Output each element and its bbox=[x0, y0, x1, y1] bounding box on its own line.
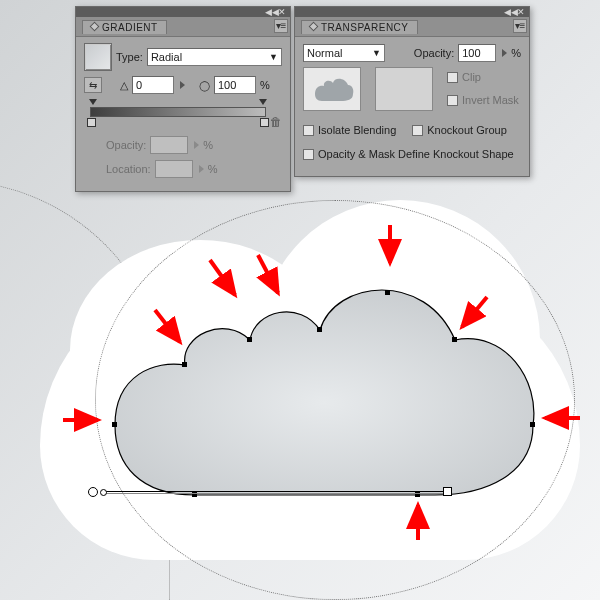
tab-label: TRANSPARENCY bbox=[321, 22, 409, 33]
collapse-icon[interactable]: ◀◀ bbox=[504, 8, 513, 16]
svg-rect-3 bbox=[317, 327, 322, 332]
type-value: Radial bbox=[151, 51, 182, 63]
panel-titlebar[interactable]: ◀◀ ✕ bbox=[76, 7, 290, 17]
svg-rect-6 bbox=[530, 422, 535, 427]
delete-stop-icon[interactable]: 🗑 bbox=[270, 115, 282, 127]
type-label: Type: bbox=[116, 51, 143, 63]
isolate-blending-checkbox[interactable] bbox=[303, 125, 314, 136]
type-select[interactable]: Radial ▼ bbox=[147, 48, 282, 66]
invert-mask-checkbox[interactable] bbox=[447, 95, 458, 106]
angle-icon: △ bbox=[120, 79, 128, 92]
panel-flyout-icon[interactable]: ▾≡ bbox=[274, 19, 288, 33]
transparency-panel[interactable]: ◀◀ ✕ TRANSPARENCY ▾≡ Normal ▼ Opacity: 1… bbox=[294, 6, 530, 177]
spin-icon[interactable] bbox=[502, 49, 507, 57]
close-icon[interactable]: ✕ bbox=[516, 8, 525, 16]
aspect-unit: % bbox=[260, 79, 270, 91]
tab-transparency[interactable]: TRANSPARENCY bbox=[301, 20, 418, 34]
tab-label: GRADIENT bbox=[102, 22, 158, 33]
caret-icon: ▼ bbox=[269, 52, 278, 62]
angle-input[interactable]: 0 bbox=[132, 76, 174, 94]
spin-icon bbox=[199, 165, 204, 173]
stop-opacity-input bbox=[150, 136, 188, 154]
blend-mode-value: Normal bbox=[307, 47, 342, 59]
svg-rect-5 bbox=[452, 337, 457, 342]
opacity-input[interactable]: 100 bbox=[458, 44, 496, 62]
stop-location-unit: % bbox=[208, 163, 218, 175]
svg-rect-4 bbox=[385, 290, 390, 295]
tab-gradient[interactable]: GRADIENT bbox=[82, 20, 167, 34]
panel-tabstrip: GRADIENT ▾≡ bbox=[76, 17, 290, 37]
spin-icon[interactable] bbox=[180, 81, 185, 89]
svg-rect-1 bbox=[182, 362, 187, 367]
stop-opacity-label: Opacity: bbox=[106, 139, 146, 151]
cloud-path-selected[interactable] bbox=[85, 260, 545, 505]
gradient-annotator[interactable] bbox=[88, 486, 458, 498]
blend-mode-select[interactable]: Normal ▼ bbox=[303, 44, 385, 62]
svg-rect-0 bbox=[112, 422, 117, 427]
gradient-stop-end[interactable] bbox=[260, 118, 269, 127]
reverse-gradient-icon[interactable]: ⇆ bbox=[84, 77, 102, 93]
knockout-group-label: Knockout Group bbox=[427, 124, 507, 136]
stop-location-label: Location: bbox=[106, 163, 151, 175]
gradient-midpoint-left[interactable] bbox=[89, 99, 97, 105]
clip-label: Clip bbox=[462, 71, 481, 83]
gradient-origin-handle[interactable] bbox=[88, 487, 98, 497]
opacity-mask-define-checkbox[interactable] bbox=[303, 149, 314, 160]
gradient-ramp[interactable]: 🗑 bbox=[84, 99, 282, 127]
invert-mask-label: Invert Mask bbox=[462, 94, 519, 106]
panel-flyout-icon[interactable]: ▾≡ bbox=[513, 19, 527, 33]
svg-rect-2 bbox=[247, 337, 252, 342]
gradient-origin-inner[interactable] bbox=[100, 489, 107, 496]
isolate-blending-label: Isolate Blending bbox=[318, 124, 396, 136]
gradient-midpoint-right[interactable] bbox=[259, 99, 267, 105]
gradient-end-handle[interactable] bbox=[443, 487, 452, 496]
gradient-stop-start[interactable] bbox=[87, 118, 96, 127]
aspect-icon: ◯ bbox=[199, 80, 210, 91]
clip-checkbox[interactable] bbox=[447, 72, 458, 83]
gradient-panel[interactable]: ◀◀ ✕ GRADIENT ▾≡ Type: Radial ▼ ⇆ △ 0 ◯ … bbox=[75, 6, 291, 192]
close-icon[interactable]: ✕ bbox=[277, 8, 286, 16]
caret-icon: ▼ bbox=[372, 48, 381, 58]
panel-titlebar[interactable]: ◀◀ ✕ bbox=[295, 7, 529, 17]
stop-opacity-unit: % bbox=[203, 139, 213, 151]
panel-tabstrip: TRANSPARENCY ▾≡ bbox=[295, 17, 529, 37]
collapse-icon[interactable]: ◀◀ bbox=[265, 8, 274, 16]
opacity-mask-define-label: Opacity & Mask Define Knockout Shape bbox=[318, 148, 514, 160]
object-thumbnail[interactable] bbox=[303, 67, 361, 111]
opacity-label: Opacity: bbox=[414, 47, 454, 59]
opacity-unit: % bbox=[511, 47, 521, 59]
gradient-swatch[interactable] bbox=[84, 43, 112, 71]
aspect-input[interactable]: 100 bbox=[214, 76, 256, 94]
stop-location-input bbox=[155, 160, 193, 178]
knockout-group-checkbox[interactable] bbox=[412, 125, 423, 136]
mask-thumbnail[interactable] bbox=[375, 67, 433, 111]
spin-icon bbox=[194, 141, 199, 149]
